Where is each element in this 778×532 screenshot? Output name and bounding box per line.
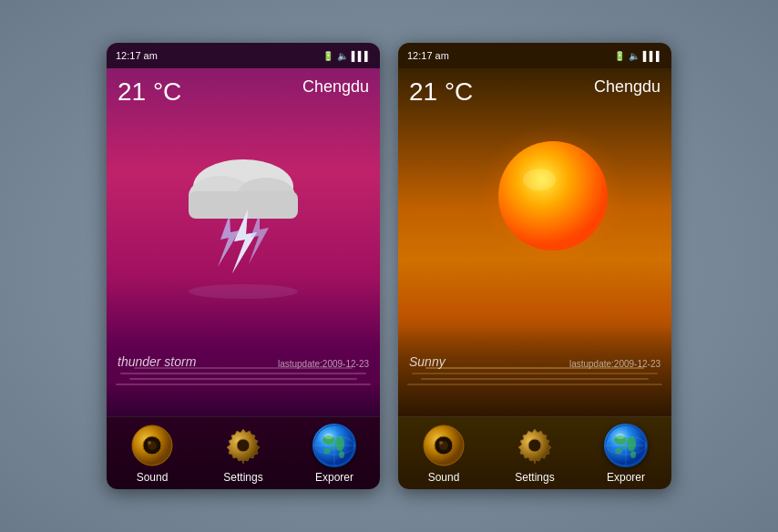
svg-point-30 — [439, 441, 443, 445]
explorer-label-sunny: Exporer — [607, 471, 645, 484]
explorer-label-thunder: Exporer — [315, 471, 353, 484]
toolbar-sound-sunny[interactable]: Sound — [422, 424, 466, 484]
cloud-lightning — [152, 123, 334, 305]
water-line-s — [421, 378, 649, 380]
svg-point-16 — [335, 436, 344, 451]
phones-container: 12:17 am 🔋 🔈 ▌▌▌ 21 °C Chengdu — [107, 43, 671, 489]
svg-point-31 — [528, 439, 541, 452]
toolbar-sound-thunder[interactable]: Sound — [130, 424, 174, 484]
water-line — [129, 378, 357, 380]
globe-icon-sunny — [604, 424, 648, 467]
svg-point-8 — [189, 284, 298, 299]
svg-point-23 — [324, 434, 333, 439]
status-icons-thunder: 🔋 🔈 ▌▌▌ — [322, 51, 371, 61]
city-sunny: Chengdu — [594, 77, 660, 97]
last-update-sunny: lastupdate:2009-12-23 — [569, 359, 660, 369]
weather-area-sunny: 21 °C Chengdu — [398, 68, 671, 416]
time-sunny: 12:17 am — [407, 50, 449, 61]
svg-marker-5 — [232, 210, 257, 273]
temp-sunny: 21 °C — [409, 77, 473, 107]
svg-rect-3 — [189, 191, 298, 219]
status-bar-sunny: 12:17 am 🔋 🔈 ▌▌▌ — [398, 43, 671, 68]
globe-icon-thunder — [312, 424, 356, 467]
time-thunder: 12:17 am — [116, 50, 158, 61]
sound-icon-sunny — [422, 424, 466, 467]
water-sunny — [398, 325, 671, 416]
weather-info-thunder: 21 °C Chengdu — [107, 77, 380, 107]
sound-icon-thunder — [130, 424, 174, 467]
toolbar-thunder: Sound Settin — [107, 416, 380, 489]
water-line — [120, 373, 366, 374]
signal-icon-s: ▌▌▌ — [643, 51, 662, 61]
condition-thunder: thunder storm — [118, 354, 196, 369]
settings-icon-thunder — [221, 424, 265, 467]
svg-point-26 — [523, 169, 556, 190]
weather-area-thunder: 21 °C Chengdu — [107, 68, 380, 416]
svg-point-41 — [616, 434, 625, 439]
water-line — [116, 384, 371, 385]
toolbar-settings-thunder[interactable]: Settings — [221, 424, 265, 484]
svg-point-12 — [148, 441, 151, 445]
svg-point-34 — [627, 436, 636, 451]
cloud-lightning-svg — [152, 123, 334, 305]
svg-point-17 — [323, 448, 331, 454]
settings-icon-sunny — [513, 424, 557, 467]
toolbar-explorer-thunder[interactable]: Exporer — [312, 424, 356, 484]
settings-label-thunder: Settings — [223, 471, 262, 484]
sound-label-sunny: Sound — [428, 471, 460, 484]
battery-icon-s: 🔋 — [614, 51, 625, 61]
svg-point-25 — [498, 141, 608, 251]
toolbar-sunny: Sound Settin — [398, 416, 671, 489]
city-thunder: Chengdu — [302, 77, 369, 97]
water-line-s — [407, 384, 662, 385]
sun-svg — [462, 114, 644, 296]
toolbar-explorer-sunny[interactable]: Exporer — [604, 424, 648, 484]
toolbar-settings-sunny[interactable]: Settings — [513, 424, 557, 484]
svg-point-13 — [237, 439, 250, 452]
sound-label-thunder: Sound — [137, 471, 169, 484]
sun-container — [462, 114, 608, 260]
battery-icon: 🔋 — [322, 51, 333, 61]
condition-sunny: Sunny — [409, 354, 445, 369]
water-line-s — [412, 373, 658, 374]
volume-icon-s: 🔈 — [629, 51, 640, 61]
temp-thunder: 21 °C — [118, 77, 181, 107]
svg-point-35 — [615, 448, 622, 454]
weather-info-sunny: 21 °C Chengdu — [398, 77, 671, 107]
volume-icon: 🔈 — [337, 51, 348, 61]
phone-sunny: 12:17 am 🔋 🔈 ▌▌▌ 21 °C Chengdu — [398, 43, 671, 489]
last-update-thunder: lastupdate:2009-12-23 — [278, 359, 369, 369]
settings-label-sunny: Settings — [515, 471, 554, 484]
signal-icon: ▌▌▌ — [352, 51, 371, 61]
status-bar-thunder: 12:17 am 🔋 🔈 ▌▌▌ — [107, 43, 380, 68]
status-icons-sunny: 🔋 🔈 ▌▌▌ — [614, 51, 662, 61]
phone-thunder: 12:17 am 🔋 🔈 ▌▌▌ 21 °C Chengdu — [107, 43, 380, 489]
